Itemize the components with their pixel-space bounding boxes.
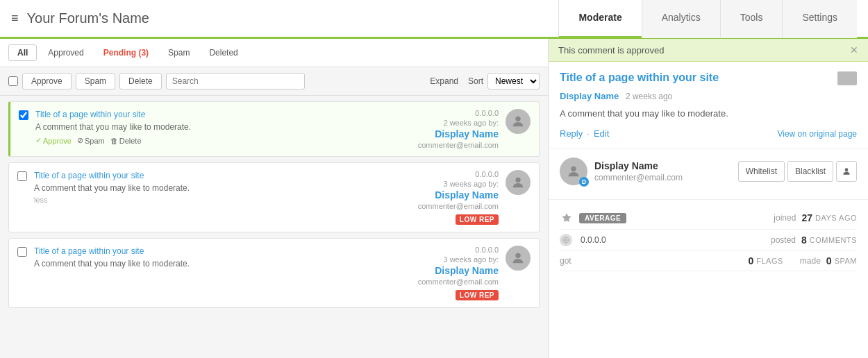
approved-banner: This comment is approved ✕ <box>549 39 868 62</box>
ip-value: 0.0.0.0 <box>581 235 606 245</box>
comment-name-3[interactable]: Display Name <box>435 265 499 276</box>
low-rep-badge-3: LOW REP <box>456 290 499 300</box>
header: ≡ Your Forum's Name Moderate Analytics T… <box>0 0 868 39</box>
user-header: D Display Name commenter@email.com White… <box>560 157 857 185</box>
comment-text-2: A comment that you may like to moderate. <box>34 183 353 193</box>
user-profile-button[interactable] <box>836 161 857 182</box>
avatar-3 <box>506 246 531 271</box>
comment-name-2[interactable]: Display Name <box>435 189 499 201</box>
reputation-badge: AVERAGE <box>579 213 626 223</box>
approved-text: This comment is approved <box>558 45 664 56</box>
comment-email-2: commenter@email.com <box>418 202 499 210</box>
user-section: D Display Name commenter@email.com White… <box>549 149 868 200</box>
comment-ip-2: 0.0.0.0 <box>475 170 499 178</box>
comment-text-3: A comment that you may like to moderate. <box>34 259 353 268</box>
view-original-link[interactable]: View on original page <box>777 129 857 139</box>
comment-delete-1[interactable]: 🗑 Delete <box>110 137 142 145</box>
tab-settings[interactable]: Settings <box>782 0 857 38</box>
spam-button[interactable]: Spam <box>76 73 115 90</box>
posted-value: 8 <box>801 235 807 246</box>
select-all-checkbox[interactable] <box>8 76 18 86</box>
edit-link[interactable]: Edit <box>594 128 609 139</box>
approve-button[interactable]: Approve <box>22 73 72 90</box>
filter-tab-pending[interactable]: Pending (3) <box>95 45 157 60</box>
stat-row-reputation: AVERAGE joined 27 DAYS AGO <box>560 207 857 230</box>
comment-spam-1[interactable]: ⊘ Spam <box>77 136 105 145</box>
comment-meta-1: 0.0.0.0 2 weeks ago by: Display Name com… <box>360 109 499 149</box>
comment-checkbox-1[interactable] <box>19 110 28 120</box>
comment-page-link-2[interactable]: Title of a page within your site <box>34 171 144 180</box>
comment-checkbox-3[interactable] <box>17 247 27 257</box>
right-time: 2 weeks ago <box>626 92 672 101</box>
comment-actions-1: ✓ Approve ⊘ Spam 🗑 Delete <box>35 136 353 145</box>
reply-link[interactable]: Reply <box>560 128 583 139</box>
toolbar: Approve Spam Delete Expand Sort Newest <box>0 67 548 96</box>
right-page-title[interactable]: Title of a page within your site <box>560 71 719 84</box>
user-avatar: D <box>560 157 587 185</box>
posted-label: posted <box>771 235 796 245</box>
tab-tools[interactable]: Tools <box>720 0 783 38</box>
comment-approve-1[interactable]: ✓ Approve <box>35 136 72 145</box>
comment-time-1: 2 weeks ago by: <box>444 119 499 127</box>
user-display-name: Display Name <box>594 160 731 171</box>
comment-ip-1: 0.0.0.0 <box>475 109 499 117</box>
svg-point-4 <box>845 168 849 171</box>
hamburger-icon[interactable]: ≡ <box>11 11 19 26</box>
flags-value-group: 0 FLAGS <box>748 255 783 266</box>
stat-row-ip: 0.0.0.0 posted 8 COMMENTS <box>560 230 857 251</box>
separator: · <box>587 128 590 139</box>
flags-value: 0 <box>748 255 753 266</box>
spam-value-group: 0 SPAM <box>826 255 857 266</box>
stat-row-flags: got 0 FLAGS made 0 SPAM <box>560 251 857 271</box>
comment-body-3: Title of a page within your site A comme… <box>34 246 353 268</box>
tab-moderate[interactable]: Moderate <box>558 0 641 38</box>
joined-value-group: 27 DAYS AGO <box>801 212 857 223</box>
svg-point-0 <box>515 117 520 121</box>
spam-unit: SPAM <box>835 257 857 265</box>
comment-page-link-1[interactable]: Title of a page within your site <box>35 110 145 119</box>
comment-checkbox-2[interactable] <box>17 171 27 181</box>
table-row[interactable]: Title of a page within your site A comme… <box>8 101 540 157</box>
trophy-icon <box>560 211 574 225</box>
right-display-name[interactable]: Display Name <box>560 91 619 101</box>
expand-label: Expand <box>430 76 458 86</box>
comment-body-1: Title of a page within your site A comme… <box>35 109 353 145</box>
blacklist-button[interactable]: Blacklist <box>787 161 833 182</box>
right-panel: This comment is approved ✕ Title of a pa… <box>549 39 868 358</box>
page-icon <box>837 71 857 85</box>
search-input[interactable] <box>166 73 305 90</box>
filter-tab-deleted[interactable]: Deleted <box>201 45 246 60</box>
comment-text-1: A comment that you may like to moderate. <box>35 122 353 132</box>
comment-meta-3: 0.0.0.0 3 weeks ago by: Display Name com… <box>360 246 499 300</box>
comment-ip-3: 0.0.0.0 <box>475 246 499 254</box>
table-row[interactable]: Title of a page within your site A comme… <box>8 238 540 308</box>
close-icon[interactable]: ✕ <box>850 44 858 56</box>
comment-time-2: 3 weeks ago by: <box>444 180 499 188</box>
user-email: commenter@email.com <box>594 173 731 182</box>
ip-circle-icon <box>560 234 572 246</box>
user-info: Display Name commenter@email.com <box>594 160 731 182</box>
whitelist-button[interactable]: Whitelist <box>738 161 785 182</box>
right-comment-text: A comment that you may like to moderate. <box>560 108 857 119</box>
comment-page-link-3[interactable]: Title of a page within your site <box>34 246 144 256</box>
sort-select[interactable]: Newest <box>487 73 540 90</box>
svg-point-3 <box>571 167 576 171</box>
forum-title: Your Forum's Name <box>27 10 559 26</box>
filter-tab-approved[interactable]: Approved <box>40 45 92 60</box>
table-row[interactable]: Title of a page within your site A comme… <box>8 162 540 232</box>
tab-analytics[interactable]: Analytics <box>642 0 720 38</box>
svg-point-2 <box>515 253 520 258</box>
filter-tab-all[interactable]: All <box>8 44 37 61</box>
comment-name-1[interactable]: Display Name <box>435 128 499 139</box>
user-avatar-badge: D <box>579 177 589 187</box>
filter-tabs: All Approved Pending (3) Spam Deleted <box>0 39 548 67</box>
avatar-2 <box>506 170 531 195</box>
comment-email-3: commenter@email.com <box>418 278 499 286</box>
left-panel: All Approved Pending (3) Spam Deleted Ap… <box>0 39 549 358</box>
filter-tab-spam[interactable]: Spam <box>160 45 198 60</box>
delete-button[interactable]: Delete <box>119 73 162 90</box>
posted-value-group: 8 COMMENTS <box>801 235 857 246</box>
stats-section: AVERAGE joined 27 DAYS AGO 0.0.0.0 poste… <box>549 200 868 278</box>
flags-unit: FLAGS <box>756 257 783 265</box>
posted-unit: COMMENTS <box>810 236 857 244</box>
